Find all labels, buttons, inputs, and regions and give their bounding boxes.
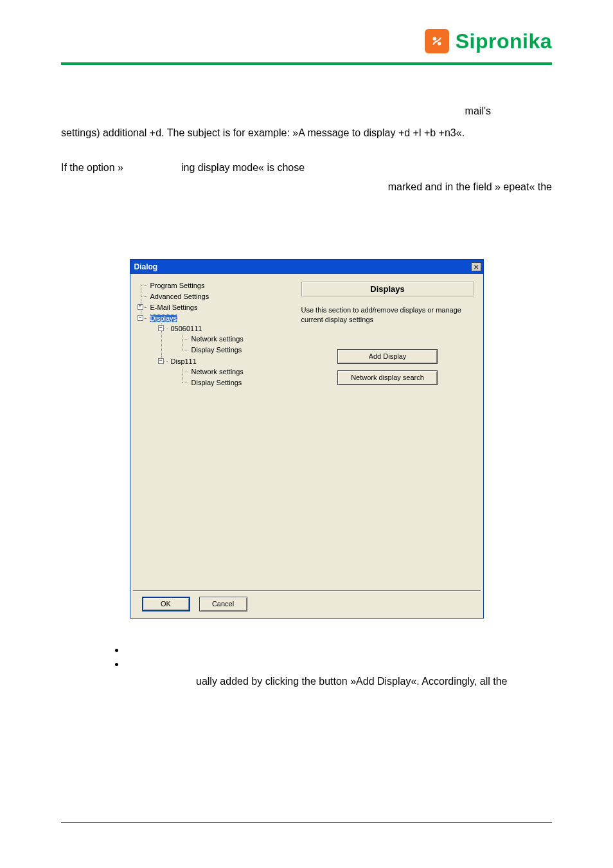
- panel-heading: Displays: [301, 282, 474, 296]
- tree-item-display-2[interactable]: Disp111: [170, 357, 197, 365]
- brand-logo-icon: [425, 29, 449, 53]
- minus-icon[interactable]: −: [138, 315, 143, 321]
- svg-point-1: [438, 42, 441, 46]
- close-icon[interactable]: ✕: [471, 262, 481, 271]
- settings-dialog: Dialog ✕ Program Settings Advanced Setti…: [130, 259, 484, 619]
- tree-item-display-1[interactable]: 05060111: [170, 325, 203, 332]
- text-fragment-3a: If the option »: [61, 160, 123, 176]
- minus-icon[interactable]: −: [158, 325, 164, 331]
- text-fragment-4: marked and in the field » epeat« the: [61, 179, 552, 195]
- text-fragment-2: settings) additional +d. The subject is …: [61, 125, 552, 141]
- plus-icon[interactable]: +: [138, 304, 143, 310]
- footer-rule: [61, 822, 552, 823]
- tree-item-displays[interactable]: Displays: [150, 314, 178, 322]
- bullet-item: [125, 644, 552, 658]
- text-fragment-5: ually added by clicking the button »Add …: [61, 674, 552, 689]
- add-display-button[interactable]: Add Display: [337, 349, 438, 364]
- brand-name: Sipronika: [456, 30, 552, 53]
- bullet-item: [125, 658, 552, 673]
- tree-item-email-settings[interactable]: E-Mail Settings: [150, 303, 199, 311]
- tree-item-d1-display[interactable]: Display Settings: [191, 346, 243, 354]
- minus-icon[interactable]: −: [158, 358, 164, 364]
- text-fragment-1: mail's: [61, 104, 552, 119]
- ok-button[interactable]: OK: [142, 597, 190, 611]
- dialog-title: Dialog: [134, 262, 158, 271]
- tree-item-advanced-settings[interactable]: Advanced Settings: [150, 293, 210, 300]
- header-rule: [61, 62, 552, 65]
- cancel-button[interactable]: Cancel: [199, 597, 247, 611]
- svg-point-0: [432, 37, 436, 41]
- panel-description: Use this section to add/remove displays …: [301, 305, 474, 325]
- tree-item-d2-network[interactable]: Network settings: [191, 368, 244, 375]
- network-search-button[interactable]: Network display search: [337, 370, 438, 385]
- settings-tree[interactable]: Program Settings Advanced Settings +E-Ma…: [130, 274, 292, 590]
- bullet-list: [100, 644, 552, 673]
- displays-panel: Displays Use this section to add/remove …: [292, 274, 483, 590]
- tree-item-d2-display[interactable]: Display Settings: [191, 379, 243, 386]
- page-header: Sipronika: [61, 29, 552, 62]
- dialog-titlebar[interactable]: Dialog ✕: [130, 260, 483, 274]
- tree-item-d1-network[interactable]: Network settings: [191, 335, 244, 343]
- tree-item-program-settings[interactable]: Program Settings: [150, 282, 206, 289]
- text-fragment-3b: ing display mode« is chose: [181, 160, 305, 176]
